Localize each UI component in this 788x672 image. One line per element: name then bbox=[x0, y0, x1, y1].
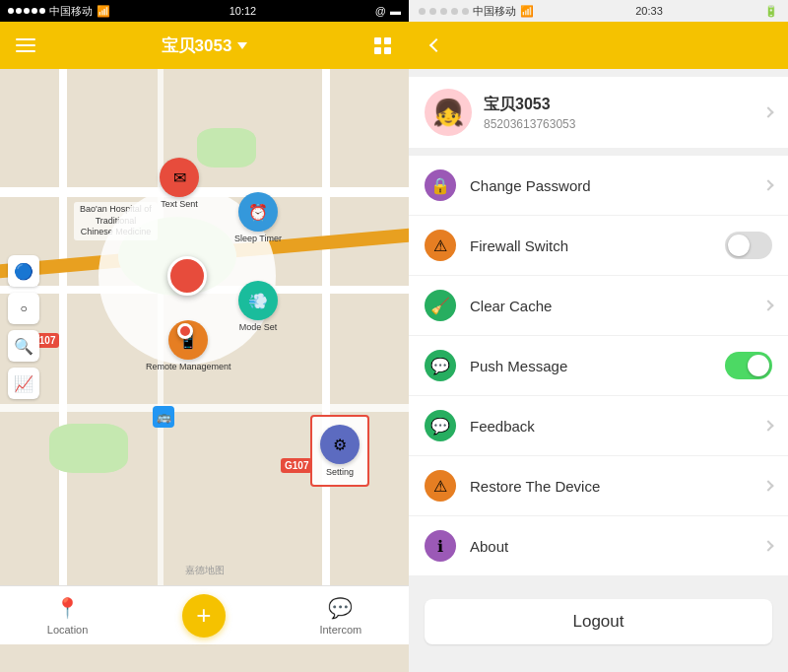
profile-name: 宝贝3053 bbox=[484, 95, 575, 115]
bottom-bar-left: 📍 Location + 💬 Intercom bbox=[0, 585, 409, 644]
clear-cache-chevron-icon bbox=[762, 300, 773, 310]
firewall-toggle-knob bbox=[728, 235, 750, 256]
about-left: ℹ About bbox=[425, 530, 508, 562]
profile-phone: 85203613763053 bbox=[484, 117, 575, 131]
settings-list: 👧 宝贝3053 85203613763053 🔒 Change Passwor… bbox=[409, 69, 788, 672]
logout-button[interactable]: Logout bbox=[425, 599, 772, 644]
carrier-name-left: 中国移动 bbox=[49, 4, 93, 19]
wifi-icon-right: 📶 bbox=[520, 5, 534, 18]
mode-set-label: Mode Set bbox=[239, 322, 278, 332]
back-button[interactable] bbox=[423, 32, 450, 59]
push-message-left: 💬 Push Message bbox=[425, 350, 567, 381]
search-button[interactable]: 🔍 bbox=[8, 330, 39, 362]
sleep-timer-button[interactable]: ⏰ Sleep Timer bbox=[234, 192, 282, 243]
push-message-row[interactable]: 💬 Push Message bbox=[409, 336, 788, 396]
signal-area-right: 中国移动 📶 bbox=[419, 4, 534, 19]
top-nav-right bbox=[409, 22, 788, 69]
side-tools: 🔵 ○ 🔍 📈 bbox=[8, 255, 39, 399]
setting-label: Setting bbox=[326, 467, 354, 477]
feedback-row[interactable]: 💬 Feedback bbox=[409, 396, 788, 456]
hamburger-icon bbox=[16, 38, 35, 52]
about-icon: ℹ bbox=[425, 530, 456, 562]
firewall-label: Firewall Switch bbox=[470, 237, 568, 254]
signal-dots bbox=[8, 8, 45, 14]
push-message-toggle-knob bbox=[748, 355, 769, 376]
about-chevron-icon bbox=[762, 540, 773, 551]
menu-center-dot bbox=[167, 256, 207, 296]
feedback-left: 💬 Feedback bbox=[425, 410, 535, 441]
signal-dot-2 bbox=[429, 8, 436, 15]
change-password-chevron-icon bbox=[762, 179, 773, 190]
map-road-v3 bbox=[322, 69, 330, 585]
plus-button[interactable]: + bbox=[182, 594, 226, 638]
text-sent-label: Text Sent bbox=[161, 199, 198, 209]
firewall-icon: ⚠ bbox=[425, 230, 456, 261]
signal-dot-4 bbox=[451, 8, 458, 15]
about-row[interactable]: ℹ About bbox=[409, 516, 788, 575]
bluetooth-button[interactable]: 🔵 bbox=[8, 255, 39, 287]
battery-area-right: 🔋 bbox=[764, 5, 778, 18]
feedback-icon: 💬 bbox=[425, 410, 456, 441]
intercom-tab[interactable]: 💬 Intercom bbox=[319, 595, 361, 636]
location-tab-icon: 📍 bbox=[55, 595, 81, 621]
push-message-toggle[interactable] bbox=[725, 352, 772, 379]
signal-dot-1 bbox=[419, 8, 426, 15]
grid-view-button[interactable] bbox=[369, 32, 397, 59]
clear-cache-row[interactable]: 🧹 Clear Cache bbox=[409, 276, 788, 336]
restore-device-left: ⚠ Restore The Device bbox=[425, 470, 600, 502]
setting-button[interactable]: ⚙ Setting bbox=[310, 415, 369, 487]
carrier-left: 中国移动 📶 bbox=[8, 4, 110, 19]
device-name-label: 宝贝3053 bbox=[162, 34, 232, 57]
bus-icon: 🚌 bbox=[153, 406, 174, 428]
back-chevron-icon bbox=[429, 38, 443, 52]
chart-button[interactable]: 📈 bbox=[8, 368, 39, 399]
circle-tool-button[interactable]: ○ bbox=[8, 293, 39, 324]
time-right: 20:33 bbox=[635, 5, 663, 17]
text-sent-button[interactable]: ✉ Text Sent bbox=[160, 158, 199, 209]
map-park2 bbox=[197, 128, 256, 168]
clear-cache-left: 🧹 Clear Cache bbox=[425, 290, 552, 321]
logout-section: Logout bbox=[409, 583, 788, 660]
map-watermark: 嘉德地图 bbox=[185, 564, 225, 577]
feedback-label: Feedback bbox=[470, 418, 535, 435]
location-pin bbox=[177, 323, 193, 339]
text-sent-icon: ✉ bbox=[160, 158, 199, 197]
push-message-label: Push Message bbox=[470, 358, 567, 374]
change-password-icon: 🔒 bbox=[425, 169, 456, 201]
map-background: Bao'an Hospital of Traditional Chinese M… bbox=[0, 69, 409, 585]
push-message-icon: 💬 bbox=[425, 350, 456, 381]
avatar: 👧 bbox=[425, 89, 472, 136]
device-title[interactable]: 宝贝3053 bbox=[162, 34, 248, 57]
restore-device-label: Restore The Device bbox=[470, 478, 600, 495]
intercom-tab-label: Intercom bbox=[319, 624, 361, 636]
intercom-tab-icon: 💬 bbox=[328, 595, 354, 621]
carrier-name-right: 中国移动 bbox=[473, 4, 516, 19]
battery-icon-left: ▬ bbox=[390, 5, 401, 17]
feedback-chevron-icon bbox=[762, 420, 773, 431]
time-left: 10:12 bbox=[230, 5, 257, 17]
mode-set-button[interactable]: 💨 Mode Set bbox=[238, 281, 278, 332]
clear-cache-icon: 🧹 bbox=[425, 290, 456, 321]
grid-icon bbox=[374, 37, 391, 54]
location-tab[interactable]: 📍 Location bbox=[47, 595, 89, 636]
profile-row[interactable]: 👧 宝贝3053 85203613763053 bbox=[409, 77, 788, 148]
battery-icon-right: 🔋 bbox=[764, 5, 778, 18]
restore-device-row[interactable]: ⚠ Restore The Device bbox=[409, 456, 788, 516]
hamburger-menu-button[interactable] bbox=[12, 32, 39, 59]
firewall-switch-row[interactable]: ⚠ Firewall Switch bbox=[409, 216, 788, 276]
dropdown-arrow-icon bbox=[237, 42, 247, 49]
about-label: About bbox=[470, 538, 508, 555]
profile-left: 👧 宝贝3053 85203613763053 bbox=[425, 89, 575, 136]
change-password-label: Change Password bbox=[470, 177, 591, 194]
map-park3 bbox=[49, 424, 128, 473]
change-password-row[interactable]: 🔒 Change Password bbox=[409, 156, 788, 216]
map-area[interactable]: Bao'an Hospital of Traditional Chinese M… bbox=[0, 69, 409, 585]
battery-area-left: @ ▬ bbox=[375, 5, 401, 17]
firewall-toggle[interactable] bbox=[725, 232, 772, 259]
pin-dot bbox=[177, 323, 193, 339]
change-password-left: 🔒 Change Password bbox=[425, 169, 591, 201]
status-bar-left: 中国移动 📶 10:12 @ ▬ bbox=[0, 0, 409, 22]
signal-dot-3 bbox=[440, 8, 447, 15]
profile-info: 宝贝3053 85203613763053 bbox=[484, 95, 575, 131]
restore-device-icon: ⚠ bbox=[425, 470, 456, 502]
